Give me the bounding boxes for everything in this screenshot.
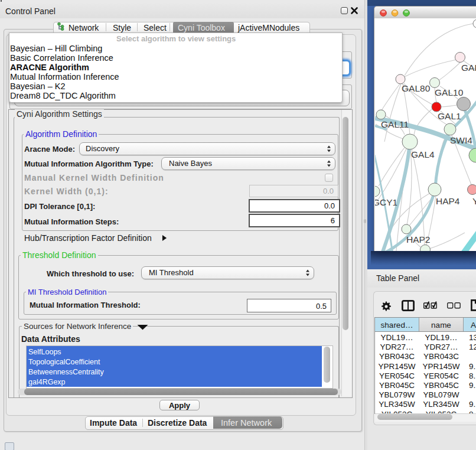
svg-text:GAL4: GAL4 — [411, 149, 435, 159]
svg-text:Y: Y — [472, 196, 476, 206]
svg-text:GAL7: GAL7 — [461, 63, 476, 73]
svg-text:GAL10: GAL10 — [435, 87, 464, 97]
svg-text:GAL11: GAL11 — [381, 119, 409, 129]
svg-text:GAL80: GAL80 — [402, 83, 431, 93]
svg-text:GAL1: GAL1 — [438, 111, 461, 121]
svg-text:GCY1: GCY1 — [375, 197, 397, 207]
svg-text:HAP4: HAP4 — [436, 196, 460, 206]
svg-text:HAP2: HAP2 — [406, 234, 431, 244]
svg-text:SWI4: SWI4 — [450, 135, 472, 145]
